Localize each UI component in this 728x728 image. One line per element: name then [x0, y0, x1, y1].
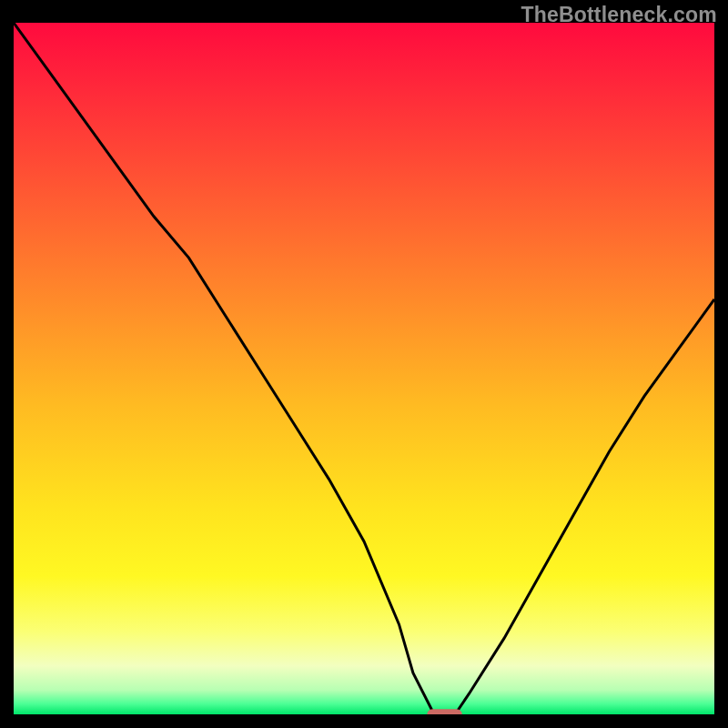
optimal-marker: [427, 709, 462, 714]
gradient-background: [14, 23, 714, 714]
chart-frame: TheBottleneck.com: [0, 0, 728, 728]
plot-area: [14, 23, 714, 714]
bottleneck-chart: [14, 23, 714, 714]
